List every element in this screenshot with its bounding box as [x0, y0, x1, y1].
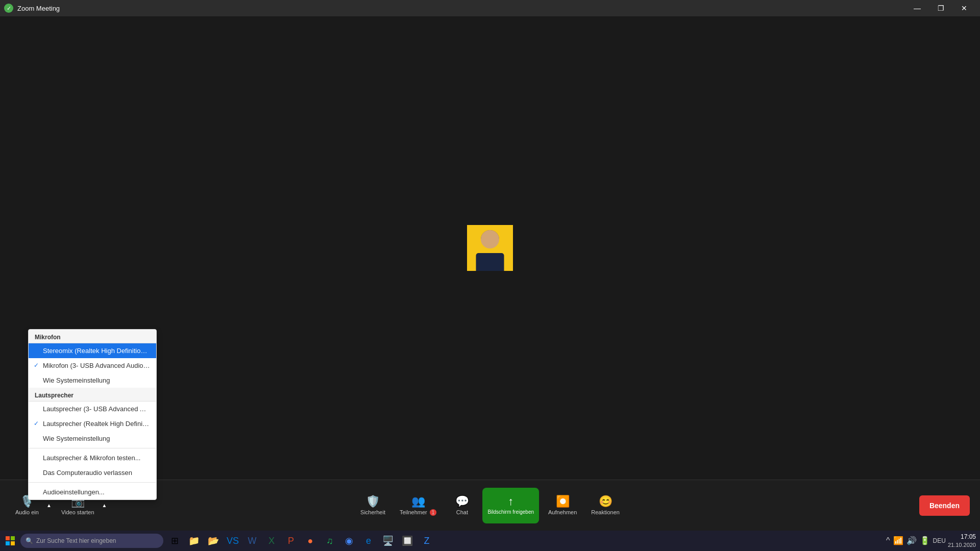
toolbar-right: Beenden [919, 495, 970, 516]
mikrofon-system-item[interactable]: Wie Systemeinstellung [29, 373, 156, 388]
security-button[interactable]: 🛡️ Sicherheit [355, 488, 390, 523]
spotify-icon[interactable]: ♫ [321, 532, 339, 550]
svg-rect-2 [6, 541, 10, 545]
task-view-icon[interactable]: ⊞ [165, 532, 184, 550]
participant-avatar [467, 225, 513, 271]
avatar-body [476, 253, 504, 271]
taskbar-apps: ⊞ 📁 📂 VS W X P ● ♫ ◉ e 🖥️ 🔲 Z [165, 532, 436, 550]
audio-label: Audio ein [15, 509, 39, 515]
app2-icon[interactable]: 🖥️ [379, 532, 397, 550]
video-label: Video starten [61, 509, 94, 515]
security-label: Sicherheit [360, 509, 385, 515]
lautsprecher-section-label: Lautsprecher [29, 388, 156, 402]
clock-time: 17:05 [948, 533, 976, 541]
taskbar-search[interactable]: 🔍 Zur Suche Text hier eingeben [20, 534, 163, 548]
systray-battery[interactable]: 🔋 [920, 536, 930, 545]
participants-label: Teilnehmer 1 [400, 509, 436, 515]
mikrofon-usb-item[interactable]: Mikrofon (3- USB Advanced Audio Device) [29, 358, 156, 373]
chrome-icon[interactable]: ◉ [340, 532, 358, 550]
clock-date: 21.10.2020 [948, 541, 976, 548]
reactions-label: Reaktionen [591, 509, 620, 515]
security-icon: 🛡️ [366, 496, 380, 507]
record-button[interactable]: ⏺️ Aufnehmen [543, 488, 582, 523]
title-bar-left: ✓ Zoom Meeting [4, 4, 60, 13]
close-button[interactable]: ✕ [952, 0, 976, 16]
shield-icon: ✓ [4, 4, 13, 13]
explorer-icon[interactable]: 📁 [185, 532, 203, 550]
end-button[interactable]: Beenden [919, 495, 970, 516]
systray-volume[interactable]: 🔊 [906, 536, 917, 545]
audio-dropdown-menu: Mikrofon Stereomix (Realtek High Definit… [28, 329, 157, 500]
systray-icons: ^ 📶 🔊 🔋 DEU [886, 536, 946, 545]
zoom-icon[interactable]: Z [418, 532, 436, 550]
excel-icon[interactable]: X [262, 532, 281, 550]
share-icon: ↑ [508, 496, 513, 507]
window-controls: — ❐ ✕ [905, 0, 976, 16]
reactions-icon: 😊 [599, 496, 612, 507]
lautsprecher-usb-item[interactable]: Lautsprecher (3- USB Advanced Audio Devi… [29, 402, 156, 416]
reactions-button[interactable]: 😊 Reaktionen [586, 488, 625, 523]
mikrofon-stereomix-item[interactable]: Stereomix (Realtek High Definition Audio… [29, 343, 156, 358]
share-button[interactable]: ↑ Bildschirm freigeben [482, 488, 539, 523]
svg-rect-3 [11, 541, 15, 545]
lautsprecher-system-item[interactable]: Wie Systemeinstellung [29, 431, 156, 446]
title-bar-title: Zoom Meeting [17, 5, 60, 12]
app1-icon[interactable]: ● [301, 532, 320, 550]
lautsprecher-realtek-item[interactable]: Lautsprecher (Realtek High Definition Au… [29, 416, 156, 431]
edge-icon[interactable]: e [359, 532, 378, 550]
record-label: Aufnehmen [548, 509, 577, 515]
participants-icon: 👥 [411, 496, 425, 507]
systray-expand[interactable]: ^ [886, 536, 890, 545]
svg-rect-0 [6, 536, 10, 540]
avatar-person [467, 225, 513, 271]
clock-area[interactable]: 17:05 21.10.2020 [948, 533, 976, 548]
chat-button[interactable]: 💬 Chat [446, 488, 478, 523]
powerpoint-icon[interactable]: P [282, 532, 300, 550]
vscode-icon[interactable]: VS [224, 532, 242, 550]
taskbar-systray: ^ 📶 🔊 🔋 DEU 17:05 21.10.2020 [886, 533, 980, 548]
files-icon[interactable]: 📂 [204, 532, 223, 550]
leave-audio-item[interactable]: Das Computeraudio verlassen [29, 465, 156, 480]
audio-settings-item[interactable]: Audioeinstellungen... [29, 485, 156, 499]
minimize-button[interactable]: — [905, 0, 929, 16]
windows-taskbar: 🔍 Zur Suche Text hier eingeben ⊞ 📁 📂 VS … [0, 531, 980, 551]
share-label: Bildschirm freigeben [487, 509, 534, 515]
participants-button[interactable]: 👥 Teilnehmer 1 [395, 488, 442, 523]
record-icon: ⏺️ [556, 496, 570, 507]
toolbar-center: 🛡️ Sicherheit 👥 Teilnehmer 1 💬 Chat ↑ Bi… [355, 488, 625, 523]
title-bar: ✓ Zoom Meeting — ❐ ✕ [0, 0, 980, 16]
restore-button[interactable]: ❐ [929, 0, 952, 16]
systray-lang[interactable]: DEU [933, 537, 946, 544]
search-icon: 🔍 [26, 537, 33, 544]
chat-label: Chat [456, 509, 468, 515]
avatar-head [481, 230, 499, 248]
svg-rect-1 [11, 536, 15, 540]
systray-network[interactable]: 📶 [893, 536, 903, 545]
start-button[interactable] [0, 531, 20, 551]
word-icon[interactable]: W [243, 532, 261, 550]
mikrofon-section-label: Mikrofon [29, 330, 156, 343]
test-audio-item[interactable]: Lautsprecher & Mikrofon testen... [29, 450, 156, 465]
participants-count-badge: 1 [430, 509, 437, 516]
taskbar-search-placeholder: Zur Suche Text hier eingeben [36, 537, 116, 544]
menu-divider-2 [29, 482, 156, 483]
app3-icon[interactable]: 🔲 [398, 532, 416, 550]
menu-divider-1 [29, 448, 156, 448]
chat-icon: 💬 [455, 496, 469, 507]
